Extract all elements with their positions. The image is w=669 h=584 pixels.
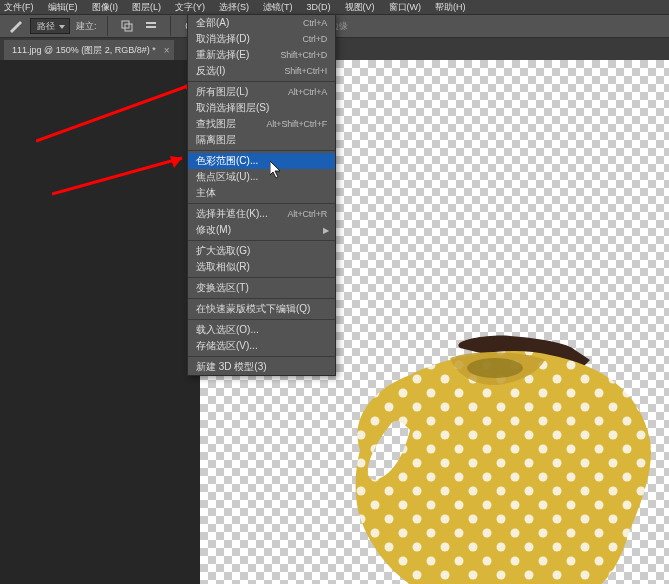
menu-item-label: 变换选区(T) <box>196 281 249 295</box>
shirt-image-content <box>340 330 660 584</box>
select-menu-dropdown: 全部(A)Ctrl+A取消选择(D)Ctrl+D重新选择(E)Shift+Ctr… <box>187 14 336 376</box>
menu-item-22[interactable]: 在快速蒙版模式下编辑(Q) <box>188 301 335 317</box>
menu-item-label: 查找图层 <box>196 117 236 131</box>
menu-select[interactable]: 选择(S) <box>219 1 249 14</box>
menu-item-3[interactable]: 反选(I)Shift+Ctrl+I <box>188 63 335 79</box>
menu-separator <box>188 203 335 204</box>
menu-item-label: 焦点区域(U)... <box>196 170 258 184</box>
menu-item-12[interactable]: 主体 <box>188 185 335 201</box>
menu-shortcut: Ctrl+D <box>302 34 327 44</box>
menu-item-7[interactable]: 查找图层Alt+Shift+Ctrl+F <box>188 116 335 132</box>
menu-item-14[interactable]: 选择并遮住(K)...Alt+Ctrl+R <box>188 206 335 222</box>
menu-shortcut: Alt+Shift+Ctrl+F <box>266 119 327 129</box>
menu-item-1[interactable]: 取消选择(D)Ctrl+D <box>188 31 335 47</box>
menu-item-label: 所有图层(L) <box>196 85 248 99</box>
menu-item-label: 主体 <box>196 186 216 200</box>
menu-item-label: 选取相似(R) <box>196 260 250 274</box>
menu-shortcut: Ctrl+A <box>303 18 327 28</box>
menu-item-17[interactable]: 扩大选取(G) <box>188 243 335 259</box>
menu-item-label: 隔离图层 <box>196 133 236 147</box>
menu-item-label: 反选(I) <box>196 64 225 78</box>
svg-rect-2 <box>146 22 156 24</box>
menu-item-label: 全部(A) <box>196 16 229 30</box>
menu-separator <box>188 150 335 151</box>
menu-item-label: 色彩范围(C)... <box>196 154 258 168</box>
menu-item-label: 修改(M) <box>196 223 231 237</box>
tab-title: 111.jpg @ 150% (图层 2, RGB/8#) * <box>12 44 156 57</box>
menu-item-label: 新建 3D 模型(3) <box>196 360 267 374</box>
menu-3d[interactable]: 3D(D) <box>307 2 331 12</box>
submenu-arrow-icon: ▶ <box>323 226 329 235</box>
menu-item-label: 选择并遮住(K)... <box>196 207 268 221</box>
menu-item-24[interactable]: 载入选区(O)... <box>188 322 335 338</box>
menu-item-11[interactable]: 焦点区域(U)... <box>188 169 335 185</box>
menu-separator <box>188 277 335 278</box>
menu-image[interactable]: 图像(I) <box>92 1 119 14</box>
menu-item-15[interactable]: 修改(M)▶ <box>188 222 335 238</box>
menu-view[interactable]: 视图(V) <box>345 1 375 14</box>
menu-item-8[interactable]: 隔离图层 <box>188 132 335 148</box>
menu-shortcut: Shift+Ctrl+D <box>280 50 327 60</box>
svg-point-9 <box>467 358 523 378</box>
tool-mode-select[interactable]: 路径 <box>30 18 70 34</box>
menu-item-5[interactable]: 所有图层(L)Alt+Ctrl+A <box>188 84 335 100</box>
menu-item-label: 载入选区(O)... <box>196 323 259 337</box>
menu-item-2[interactable]: 重新选择(E)Shift+Ctrl+D <box>188 47 335 63</box>
menu-item-label: 扩大选取(G) <box>196 244 250 258</box>
menu-separator <box>188 319 335 320</box>
menu-shortcut: Shift+Ctrl+I <box>284 66 327 76</box>
menu-item-label: 在快速蒙版模式下编辑(Q) <box>196 302 310 316</box>
menu-item-label: 重新选择(E) <box>196 48 249 62</box>
menu-filter[interactable]: 滤镜(T) <box>263 1 293 14</box>
close-icon[interactable]: × <box>164 45 170 56</box>
menu-separator <box>188 356 335 357</box>
main-menubar[interactable]: 文件(F) 编辑(E) 图像(I) 图层(L) 文字(Y) 选择(S) 滤镜(T… <box>0 0 669 14</box>
menu-item-25[interactable]: 存储选区(V)... <box>188 338 335 354</box>
menu-window[interactable]: 窗口(W) <box>389 1 422 14</box>
menu-shortcut: Alt+Ctrl+A <box>288 87 327 97</box>
menu-separator <box>188 298 335 299</box>
menu-item-label: 取消选择图层(S) <box>196 101 269 115</box>
canvas-offscreen-area <box>0 60 200 584</box>
menu-item-6[interactable]: 取消选择图层(S) <box>188 100 335 116</box>
menu-edit[interactable]: 编辑(E) <box>48 1 78 14</box>
menu-separator <box>188 240 335 241</box>
menu-item-18[interactable]: 选取相似(R) <box>188 259 335 275</box>
menu-layer[interactable]: 图层(L) <box>132 1 161 14</box>
menu-item-27[interactable]: 新建 3D 模型(3) <box>188 359 335 375</box>
menu-shortcut: Alt+Ctrl+R <box>287 209 327 219</box>
menu-item-label: 存储选区(V)... <box>196 339 258 353</box>
menu-item-0[interactable]: 全部(A)Ctrl+A <box>188 15 335 31</box>
menu-item-20[interactable]: 变换选区(T) <box>188 280 335 296</box>
menu-help[interactable]: 帮助(H) <box>435 1 466 14</box>
tool-mode-label: 路径 <box>37 20 55 33</box>
align-icon[interactable] <box>142 17 160 35</box>
combine-icon[interactable] <box>118 17 136 35</box>
menu-item-label: 取消选择(D) <box>196 32 250 46</box>
pen-tool-icon[interactable] <box>6 17 24 35</box>
document-tab[interactable]: 111.jpg @ 150% (图层 2, RGB/8#) * × <box>4 40 174 60</box>
menu-type[interactable]: 文字(Y) <box>175 1 205 14</box>
menu-item-10[interactable]: 色彩范围(C)... <box>188 153 335 169</box>
menu-file[interactable]: 文件(F) <box>4 1 34 14</box>
toolbar-divider <box>107 16 108 36</box>
svg-rect-3 <box>146 26 156 28</box>
build-label: 建立: <box>76 20 97 33</box>
menu-separator <box>188 81 335 82</box>
toolbar-divider-2 <box>170 16 171 36</box>
